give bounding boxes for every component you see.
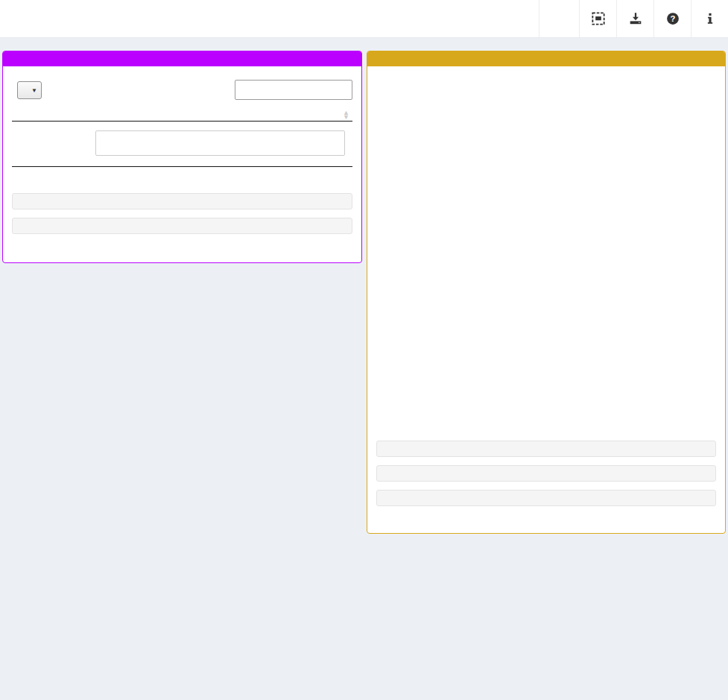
legend-item-up [575, 427, 585, 432]
id-filter-cell [12, 122, 88, 167]
none-dot-icon [549, 427, 554, 432]
download-button[interactable] [616, 0, 653, 37]
term-filter-input[interactable] [95, 130, 345, 156]
legend-item-none [549, 427, 560, 432]
selection-parameters-collapse[interactable] [376, 490, 716, 506]
navbar-spacer [539, 0, 579, 37]
down-dot-icon [524, 427, 529, 432]
selection-parameters-collapse[interactable] [12, 218, 352, 234]
legend-item-down [524, 427, 534, 432]
download-icon [629, 12, 642, 25]
navbar: ? [0, 0, 728, 38]
id-column-header[interactable] [12, 109, 88, 122]
search-input[interactable] [235, 80, 352, 100]
sort-icon: ▲▼ [343, 110, 349, 119]
help-button[interactable]: ? [653, 0, 691, 37]
info-icon [703, 12, 717, 25]
gene-set-table-panel: ▲▼ [2, 51, 362, 263]
pagination [12, 177, 352, 185]
up-dot-icon [575, 427, 580, 432]
datatable-controls [12, 80, 352, 100]
page-length-select[interactable] [17, 81, 42, 99]
data-parameters-collapse[interactable] [376, 441, 716, 457]
volcano-plot [376, 74, 716, 432]
app-title [0, 0, 539, 37]
volcano-plot-panel [367, 51, 726, 534]
data-parameters-collapse[interactable] [12, 193, 352, 209]
dashboard-body: ▲▼ [0, 38, 728, 564]
panel-title-gene-set-table [3, 51, 361, 66]
panel-title-volcano-plot [367, 51, 725, 66]
info-button[interactable] [691, 0, 728, 37]
help-icon: ? [666, 12, 680, 25]
gene-set-table: ▲▼ [12, 109, 352, 167]
svg-text:?: ? [670, 14, 675, 23]
organize-panels-icon [592, 12, 605, 25]
page-length-control [12, 81, 47, 99]
term-column-header[interactable]: ▲▼ [88, 109, 352, 122]
organize-panels-button[interactable] [579, 0, 616, 37]
navbar-actions: ? [539, 0, 728, 37]
volcano-canvas[interactable] [376, 77, 719, 426]
visual-parameters-collapse[interactable] [376, 465, 716, 482]
table-search [229, 80, 352, 100]
plot-legend [376, 427, 716, 432]
